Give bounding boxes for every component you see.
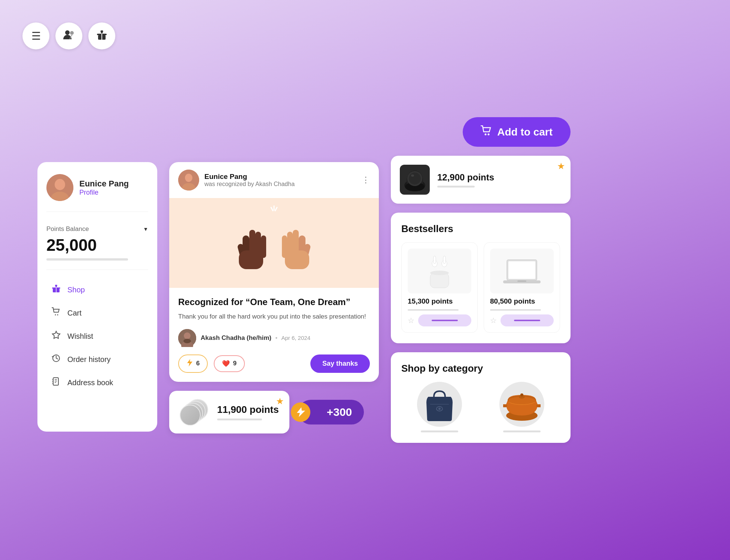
svg-point-65 — [438, 408, 441, 410]
points-label: Points Balance — [46, 225, 89, 233]
card-image — [169, 198, 379, 288]
add-to-cart-button[interactable]: Add to cart — [463, 117, 571, 147]
card-actions: 6 ❤️ 9 Say thanks — [178, 354, 370, 373]
recognition-text: Thank you for all the hard work you put … — [178, 312, 370, 322]
card-more-button[interactable]: ⋮ — [362, 175, 370, 185]
svg-point-23 — [185, 174, 192, 182]
heart-count: 9 — [233, 360, 236, 367]
points-chevron-icon[interactable]: ▼ — [143, 226, 148, 232]
laptop-add-button[interactable] — [501, 314, 554, 326]
svg-point-45 — [485, 134, 487, 136]
lightning-badge-icon — [291, 402, 310, 422]
svg-point-13 — [57, 314, 58, 316]
svg-rect-62 — [517, 280, 526, 282]
points-value: 25,000 — [46, 236, 148, 255]
points-progress-bar — [46, 258, 128, 261]
svg-point-54 — [430, 271, 449, 275]
sidebar-item-order-history[interactable]: Order history — [46, 349, 148, 370]
category-bags[interactable] — [401, 382, 478, 432]
categories-section: Shop by category — [391, 352, 571, 443]
gift-icon — [96, 30, 107, 43]
svg-point-52 — [411, 174, 414, 177]
bottom-row: 11,900 points ★ +300 — [169, 391, 379, 433]
laptop-actions: ☆ — [490, 314, 554, 326]
users-button[interactable] — [55, 22, 82, 49]
airtag-image — [180, 399, 210, 425]
svg-point-46 — [488, 134, 490, 136]
product-points-card: 11,900 points ★ — [169, 391, 289, 433]
svg-rect-15 — [53, 378, 58, 385]
star-icon — [51, 331, 61, 342]
bestsellers-section: Bestsellers — [391, 213, 571, 343]
add-to-cart-label: Add to cart — [497, 126, 553, 138]
heart-icon: ❤️ — [222, 360, 230, 368]
sidebar-item-shop[interactable]: Shop — [46, 279, 148, 301]
svg-point-8 — [55, 180, 64, 189]
sidebar: Eunice Pang Profile Points Balance ▼ 25,… — [37, 162, 157, 432]
product-points-bar — [217, 419, 262, 420]
sidebar-item-wishlist-label: Wishlist — [67, 332, 93, 341]
featured-product-image — [400, 165, 430, 195]
featured-product-bar — [437, 186, 475, 188]
sidebar-item-wishlist[interactable]: Wishlist — [46, 325, 148, 347]
product-points-amount: 11,900 points — [217, 404, 279, 416]
sidebar-item-address-book-label: Address book — [67, 378, 113, 387]
sidebar-item-cart-label: Cart — [67, 309, 82, 317]
categories-title: Shop by category — [401, 363, 560, 374]
lightning-reaction-button[interactable]: 6 — [178, 354, 208, 373]
svg-point-51 — [409, 173, 421, 185]
say-thanks-button[interactable]: Say thanks — [310, 354, 370, 373]
card-user-info: Eunice Pang was recognized by Akash Chad… — [178, 170, 295, 191]
bestsellers-grid: 15,300 points ☆ — [401, 242, 560, 333]
bestsellers-title: Bestsellers — [401, 223, 560, 235]
user-name: Eunice Pang — [79, 179, 129, 189]
svg-point-0 — [65, 30, 70, 35]
svg-point-12 — [55, 314, 56, 316]
svg-point-1 — [70, 31, 74, 35]
airpods-image — [408, 249, 471, 293]
recognizer-name: Akash Chadha (he/him) — [201, 334, 271, 341]
cart-button-icon — [481, 125, 492, 139]
cart-icon — [51, 307, 61, 319]
svg-rect-56 — [434, 256, 436, 264]
cookware-circle — [499, 382, 544, 427]
svg-rect-60 — [508, 261, 535, 279]
lightning-icon — [186, 359, 193, 368]
airpods-actions: ☆ — [408, 314, 471, 326]
hamburger-icon: ☰ — [31, 30, 41, 42]
laptop-wishlist-star[interactable]: ☆ — [490, 316, 497, 325]
svg-point-44 — [183, 339, 191, 343]
recognition-date: Apr 6, 2024 — [281, 335, 310, 341]
laptop-image — [490, 249, 554, 293]
users-icon — [63, 30, 74, 43]
user-profile-section: Eunice Pang Profile — [46, 174, 148, 212]
featured-product-points: 12,900 points — [437, 172, 494, 183]
cookware-bar — [503, 430, 541, 432]
svg-rect-72 — [536, 404, 541, 407]
svg-line-38 — [275, 207, 277, 211]
address-book-icon — [51, 377, 61, 388]
user-avatar — [46, 174, 73, 201]
laptop-points: 80,500 points — [490, 297, 554, 305]
svg-line-39 — [271, 207, 273, 211]
shop-icon — [51, 284, 61, 295]
sidebar-item-cart[interactable]: Cart — [46, 302, 148, 324]
hamburger-menu-button[interactable]: ☰ — [22, 22, 49, 49]
category-cookware[interactable] — [484, 382, 560, 432]
sidebar-item-address-book[interactable]: Address book — [46, 372, 148, 393]
points-section: Points Balance ▼ 25,000 — [46, 219, 148, 270]
heart-reaction-button[interactable]: ❤️ 9 — [214, 355, 244, 372]
airpods-points-bar — [408, 309, 459, 311]
separator: • — [275, 335, 277, 341]
featured-product-star[interactable]: ★ — [557, 161, 565, 171]
featured-product-card: 12,900 points ★ — [391, 156, 571, 204]
gift-button[interactable] — [88, 22, 115, 49]
svg-rect-71 — [503, 404, 507, 407]
plus-points-badge: +300 — [298, 400, 364, 424]
airpods-wishlist-star[interactable]: ☆ — [408, 316, 414, 325]
profile-link[interactable]: Profile — [79, 189, 129, 197]
svg-point-43 — [185, 334, 190, 339]
card-user-avatar — [178, 170, 199, 191]
airpods-add-button[interactable] — [418, 314, 471, 326]
user-info: Eunice Pang Profile — [79, 179, 129, 197]
